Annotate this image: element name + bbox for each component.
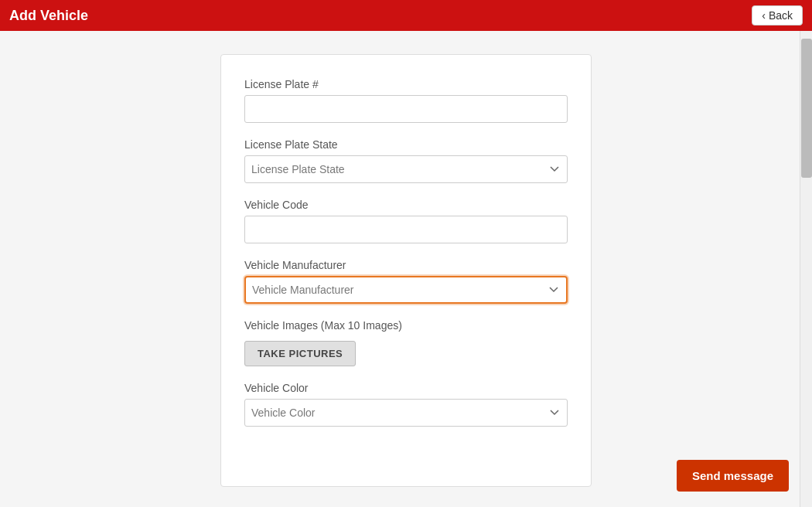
vehicle-images-label: Vehicle Images (Max 10 Images) [244, 319, 568, 332]
back-button-label: Back [769, 9, 793, 22]
license-plate-number-label: License Plate # [244, 78, 568, 90]
vehicle-manufacturer-select[interactable]: Vehicle Manufacturer Toyota Honda Ford C… [244, 276, 568, 304]
vehicle-code-group: Vehicle Code [244, 199, 568, 243]
take-pictures-button[interactable]: TAKE PICTURES [244, 341, 356, 366]
vehicle-color-group: Vehicle Color Vehicle Color Black White … [244, 382, 568, 427]
scrollbar[interactable] [800, 31, 812, 507]
license-plate-number-input[interactable] [244, 95, 568, 123]
license-plate-state-label: License Plate State [244, 138, 568, 151]
scrollbar-thumb[interactable] [801, 39, 812, 178]
add-vehicle-card: License Plate # License Plate State Lice… [220, 54, 592, 487]
back-chevron-icon: ‹ [762, 9, 766, 22]
license-plate-number-group: License Plate # [244, 78, 568, 123]
back-button[interactable]: ‹ Back [752, 5, 803, 26]
send-message-button[interactable]: Send message [677, 460, 789, 492]
license-plate-state-group: License Plate State License Plate State … [244, 138, 568, 183]
vehicle-code-input[interactable] [244, 216, 568, 243]
vehicle-images-group: Vehicle Images (Max 10 Images) TAKE PICT… [244, 319, 568, 366]
vehicle-manufacturer-label: Vehicle Manufacturer [244, 259, 568, 271]
vehicle-code-label: Vehicle Code [244, 199, 568, 211]
vehicle-color-label: Vehicle Color [244, 382, 568, 394]
main-content: License Plate # License Plate State Lice… [0, 31, 812, 507]
license-plate-state-select[interactable]: License Plate State Alabama Alaska Arizo… [244, 155, 568, 183]
page-title: Add Vehicle [9, 8, 88, 24]
vehicle-color-select[interactable]: Vehicle Color Black White Silver Gray Re… [244, 399, 568, 427]
vehicle-manufacturer-group: Vehicle Manufacturer Vehicle Manufacture… [244, 259, 568, 304]
app-header: Add Vehicle ‹ Back [0, 0, 812, 31]
